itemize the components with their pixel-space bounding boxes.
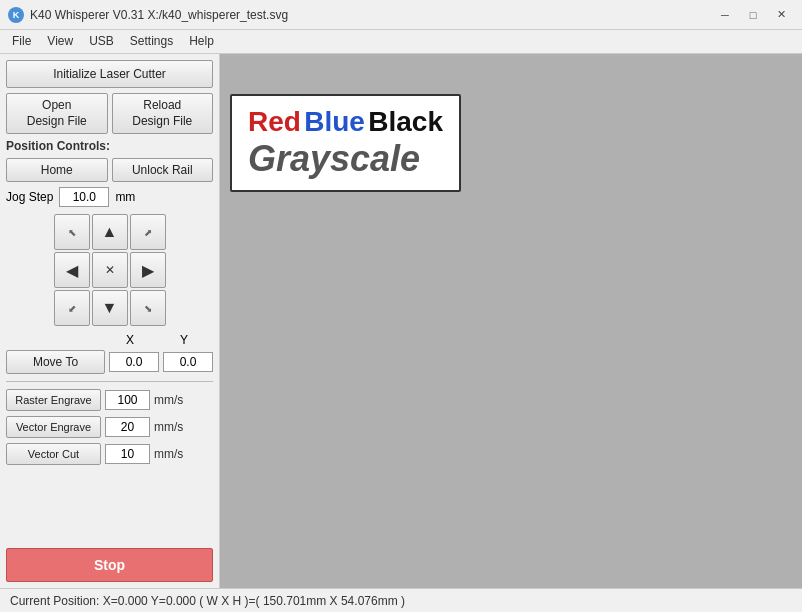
window-controls: ─ □ ✕ (712, 5, 794, 25)
jog-step-label: Jog Step (6, 190, 53, 204)
move-x-input[interactable] (109, 352, 159, 372)
move-to-row: Move To (6, 350, 213, 374)
raster-speed-input[interactable] (105, 390, 150, 410)
minimize-button[interactable]: ─ (712, 5, 738, 25)
close-button[interactable]: ✕ (768, 5, 794, 25)
preview-black-text: Black (368, 106, 443, 137)
reload-design-button[interactable]: Reload Design File (112, 93, 214, 134)
left-panel: Initialize Laser Cutter Open Design File… (0, 54, 220, 588)
separator (6, 381, 213, 382)
main-layout: Initialize Laser Cutter Open Design File… (0, 54, 802, 588)
status-text: Current Position: X=0.000 Y=0.000 ( W X … (10, 594, 405, 608)
open-design-button[interactable]: Open Design File (6, 93, 108, 134)
raster-engrave-button[interactable]: Raster Engrave (6, 389, 101, 411)
vector-cut-unit: mm/s (154, 447, 183, 461)
move-to-button[interactable]: Move To (6, 350, 105, 374)
move-to-section: X Y Move To (6, 333, 213, 374)
canvas-panel: Red Blue Black Grayscale (220, 54, 802, 588)
vector-cut-row: Vector Cut mm/s (6, 443, 213, 465)
vector-cut-input[interactable] (105, 444, 150, 464)
jog-down-button[interactable]: ▼ (92, 290, 128, 326)
raster-engrave-row: Raster Engrave mm/s (6, 389, 213, 411)
jog-grid: ⬉ ▲ ⬈ ◀ ✕ ▶ ⬋ ▼ ⬊ (6, 214, 213, 326)
raster-speed-unit: mm/s (154, 393, 183, 407)
canvas-area: Red Blue Black Grayscale (220, 54, 802, 588)
move-y-input[interactable] (163, 352, 213, 372)
home-unlock-row: Home Unlock Rail (6, 158, 213, 182)
jog-step-row: Jog Step mm (6, 187, 213, 207)
jog-upper-left-button[interactable]: ⬉ (54, 214, 90, 250)
vector-engrave-row: Vector Engrave mm/s (6, 416, 213, 438)
menu-file[interactable]: File (4, 32, 39, 51)
home-button[interactable]: Home (6, 158, 108, 182)
jog-up-button[interactable]: ▲ (92, 214, 128, 250)
stop-button[interactable]: Stop (6, 548, 213, 582)
menu-help[interactable]: Help (181, 32, 222, 51)
jog-center-button[interactable]: ✕ (92, 252, 128, 288)
y-label: Y (159, 333, 209, 347)
vector-cut-button[interactable]: Vector Cut (6, 443, 101, 465)
title-left: K K40 Whisperer V0.31 X:/k40_whisperer_t… (8, 7, 288, 23)
menu-bar: File View USB Settings Help (0, 30, 802, 54)
jog-upper-right-button[interactable]: ⬈ (130, 214, 166, 250)
jog-lower-right-button[interactable]: ⬊ (130, 290, 166, 326)
vector-speed-unit: mm/s (154, 420, 183, 434)
unlock-rail-button[interactable]: Unlock Rail (112, 158, 214, 182)
vector-engrave-input[interactable] (105, 417, 150, 437)
vector-engrave-button[interactable]: Vector Engrave (6, 416, 101, 438)
initialize-button[interactable]: Initialize Laser Cutter (6, 60, 213, 88)
menu-view[interactable]: View (39, 32, 81, 51)
preview-blue-text: Blue (304, 106, 365, 137)
window-title: K40 Whisperer V0.31 X:/k40_whisperer_tes… (30, 8, 288, 22)
title-bar: K K40 Whisperer V0.31 X:/k40_whisperer_t… (0, 0, 802, 30)
menu-usb[interactable]: USB (81, 32, 122, 51)
jog-lower-left-button[interactable]: ⬋ (54, 290, 90, 326)
app-icon: K (8, 7, 24, 23)
preview-red-text: Red (248, 106, 301, 137)
open-reload-row: Open Design File Reload Design File (6, 93, 213, 134)
status-bar: Current Position: X=0.000 Y=0.000 ( W X … (0, 588, 802, 612)
position-controls-label: Position Controls: (6, 139, 213, 153)
x-label: X (105, 333, 155, 347)
jog-step-input[interactable] (59, 187, 109, 207)
svg-preview: Red Blue Black Grayscale (230, 94, 461, 192)
jog-step-unit: mm (115, 190, 135, 204)
jog-right-button[interactable]: ▶ (130, 252, 166, 288)
xy-labels: X Y (6, 333, 213, 347)
maximize-button[interactable]: □ (740, 5, 766, 25)
jog-left-button[interactable]: ◀ (54, 252, 90, 288)
menu-settings[interactable]: Settings (122, 32, 181, 51)
preview-gray-text: Grayscale (248, 138, 443, 180)
